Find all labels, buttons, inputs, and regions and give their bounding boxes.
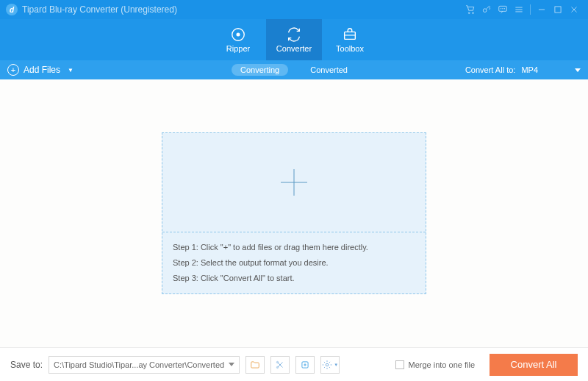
save-path-value: C:\Tipard Studio\Tipar...ay Converter\Co…: [54, 360, 224, 369]
window-title: Tipard Blu-ray Converter (Unregistered): [22, 4, 177, 15]
sub-bar: + Add Files ▼ Converting Converted Conve…: [0, 60, 588, 79]
tab-ripper[interactable]: Ripper: [210, 19, 266, 60]
add-files-button[interactable]: + Add Files ▼: [7, 64, 74, 76]
merge-checkbox[interactable]: Merge into one file: [395, 360, 476, 369]
svg-point-9: [237, 33, 240, 36]
step1-text: Step 1: Click "+" to add files or drag t…: [173, 240, 415, 255]
toolbox-icon: [342, 26, 358, 43]
chevron-down-icon: [229, 363, 234, 366]
workspace: Step 1: Click "+" to add files or drag t…: [0, 79, 588, 347]
svg-point-6: [504, 9, 505, 10]
divider: [530, 4, 531, 15]
maximize-button[interactable]: [550, 1, 566, 18]
compress-icon: [300, 360, 310, 370]
feedback-icon[interactable]: [495, 1, 511, 18]
save-to-label: Save to:: [10, 360, 43, 370]
svg-rect-7: [555, 7, 561, 13]
tab-converter[interactable]: Converter: [266, 19, 322, 60]
tab-converter-label: Converter: [276, 44, 312, 53]
key-icon[interactable]: [478, 1, 495, 18]
folder-icon: [250, 360, 260, 370]
chevron-down-icon: [575, 68, 581, 72]
add-files-label: Add Files: [24, 65, 60, 75]
svg-point-5: [503, 9, 503, 10]
instructions: Step 1: Click "+" to add files or drag t…: [162, 232, 426, 293]
dropzone: Step 1: Click "+" to add files or drag t…: [162, 132, 426, 294]
svg-point-0: [468, 13, 470, 14]
output-format-select[interactable]: MP4: [521, 65, 581, 74]
ripper-icon: [230, 26, 246, 43]
settings-button[interactable]: ▼: [320, 356, 340, 374]
step3-text: Step 3: Click "Convert All" to start.: [173, 271, 415, 286]
tab-toolbox[interactable]: Toolbox: [322, 19, 378, 60]
tab-converted[interactable]: Converted: [301, 64, 356, 76]
convert-all-to-label: Convert All to:: [465, 65, 515, 74]
open-folder-button[interactable]: [245, 356, 265, 374]
tab-toolbox-label: Toolbox: [336, 44, 364, 53]
close-button[interactable]: [566, 1, 582, 18]
save-path-select[interactable]: C:\Tipard Studio\Tipar...ay Converter\Co…: [49, 356, 240, 374]
titlebar: d Tipard Blu-ray Converter (Unregistered…: [0, 0, 588, 19]
top-nav: Ripper Converter Toolbox: [0, 19, 588, 60]
convert-all-button[interactable]: Convert All: [490, 354, 578, 376]
plus-icon: [276, 165, 312, 200]
app-logo-icon: d: [6, 4, 18, 15]
minimize-button[interactable]: [534, 1, 550, 18]
format-value: MP4: [521, 65, 538, 74]
cut-button[interactable]: [270, 356, 290, 374]
add-file-dropzone[interactable]: [162, 133, 426, 232]
chevron-down-icon: ▼: [334, 363, 338, 367]
cart-icon[interactable]: [462, 1, 478, 18]
compress-button[interactable]: [295, 356, 315, 374]
checkbox-icon: [395, 360, 404, 369]
gear-icon: [322, 360, 332, 370]
svg-point-14: [326, 363, 329, 366]
svg-point-1: [473, 13, 474, 14]
bottom-bar: Save to: C:\Tipard Studio\Tipar...ay Con…: [0, 347, 588, 381]
plus-circle-icon: +: [7, 64, 19, 76]
chevron-down-icon: ▼: [68, 67, 74, 74]
converter-icon: [286, 26, 302, 43]
svg-point-4: [501, 9, 501, 10]
menu-icon[interactable]: [511, 1, 527, 18]
svg-point-2: [483, 9, 487, 13]
tab-converting[interactable]: Converting: [232, 64, 288, 76]
cut-icon: [275, 360, 285, 370]
merge-label: Merge into one file: [409, 360, 476, 369]
convert-all-label: Convert All: [511, 359, 557, 370]
status-tabs: Converting Converted: [232, 64, 356, 76]
tab-ripper-label: Ripper: [226, 44, 250, 53]
step2-text: Step 2: Select the output format you des…: [173, 255, 415, 271]
